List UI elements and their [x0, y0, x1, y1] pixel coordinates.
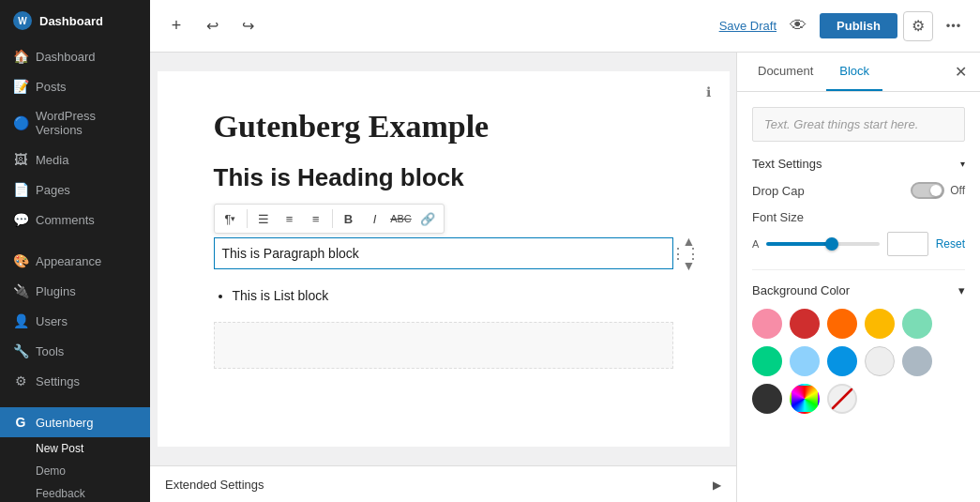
background-color-section: Background Color ▾ — [752, 283, 965, 414]
background-color-arrow: ▾ — [958, 283, 965, 297]
drop-cap-row: Drop Cap Off — [752, 182, 965, 199]
sidebar-sub-label: Demo — [36, 464, 66, 478]
sidebar-item-gutenberg[interactable]: G Gutenberg — [0, 407, 150, 437]
align-center-icon: ≡ — [286, 212, 294, 226]
undo-button[interactable]: ↩ — [197, 11, 227, 41]
placeholder-block[interactable] — [214, 322, 673, 369]
info-button[interactable]: ℹ — [698, 81, 720, 103]
sidebar-item-pages[interactable]: 📄 Pages — [0, 175, 150, 205]
gear-icon: ⚙ — [912, 17, 925, 35]
color-swatch-no-color[interactable] — [827, 384, 857, 414]
sidebar-item-label: Users — [36, 314, 68, 328]
sidebar-sub-feedback[interactable]: Feedback — [0, 482, 150, 502]
list-item[interactable]: This is List block — [233, 288, 673, 303]
post-title[interactable]: Gutenberg Example — [214, 109, 673, 145]
align-left-icon: ☰ — [258, 212, 269, 226]
list-block[interactable]: This is List block — [214, 288, 673, 303]
dashboard-icon: 🏠 — [13, 49, 28, 64]
panel-divider — [752, 269, 965, 270]
italic-button[interactable]: I — [363, 206, 387, 231]
drop-cap-toggle-wrap: Off — [911, 182, 965, 199]
panel-close-button[interactable]: ✕ — [948, 60, 972, 84]
background-color-title[interactable]: Background Color ▾ — [752, 283, 965, 297]
paragraph-block[interactable]: This is Paragraph block ▲ ▼ ⋮⋮ — [214, 237, 673, 269]
sidebar-item-comments[interactable]: 💬 Comments — [0, 205, 150, 235]
text-settings-section: Text Settings ▾ Drop Cap Off — [752, 157, 965, 256]
paragraph-text[interactable]: This is Paragraph block — [222, 246, 665, 261]
paragraph-type-button[interactable]: ¶ ▾ — [219, 206, 243, 231]
sidebar-item-plugins[interactable]: 🔌 Plugins — [0, 276, 150, 306]
color-swatch-light-green-cyan[interactable] — [902, 309, 932, 339]
color-swatch-very-light-gray[interactable] — [865, 346, 895, 376]
sidebar-item-media[interactable]: 🖼 Media — [0, 145, 150, 175]
sidebar-sub-new-post[interactable]: New Post — [0, 437, 150, 460]
color-swatch-vivid-green-cyan[interactable] — [752, 346, 782, 376]
heading-block[interactable]: This is Heading block — [214, 163, 673, 192]
color-swatch-luminous-vivid-orange[interactable] — [827, 309, 857, 339]
save-draft-button[interactable]: Save Draft — [719, 19, 776, 33]
color-swatch-vivid-red[interactable] — [790, 309, 820, 339]
more-options-button[interactable]: ••• — [939, 11, 969, 41]
sidebar-sub-demo[interactable]: Demo — [0, 460, 150, 482]
sidebar-item-label: Settings — [36, 374, 80, 388]
main-area: + ↩ ↪ Save Draft 👁 Publish ⚙ ••• ℹ — [150, 0, 980, 502]
plugins-icon: 🔌 — [13, 283, 28, 298]
sidebar-logo[interactable]: W Dashboard — [0, 0, 150, 41]
media-icon: 🖼 — [13, 152, 28, 167]
color-swatch-vivid-cyan-blue[interactable] — [827, 346, 857, 376]
bold-icon: B — [344, 212, 353, 226]
paragraph-block-container: ¶ ▾ ☰ ≡ ≡ — [214, 204, 673, 269]
sidebar-item-users[interactable]: 👤 Users — [0, 306, 150, 336]
sidebar-item-appearance[interactable]: 🎨 Appearance — [0, 246, 150, 276]
settings-button[interactable]: ⚙ — [903, 11, 933, 41]
sidebar-item-label: Media — [36, 153, 68, 167]
align-right-button[interactable]: ≡ — [304, 206, 328, 231]
sidebar-item-settings[interactable]: ⚙ Settings — [0, 366, 150, 396]
font-size-reset-button[interactable]: Reset — [936, 237, 965, 251]
comments-icon: 💬 — [13, 212, 28, 227]
ellipsis-icon: ••• — [946, 19, 962, 33]
editor[interactable]: ℹ Gutenberg Example This is Heading bloc… — [150, 53, 736, 502]
toolbar-separator-2 — [332, 209, 333, 228]
drop-cap-label: Drop Cap — [752, 184, 805, 198]
sidebar-item-tools[interactable]: 🔧 Tools — [0, 336, 150, 366]
heading-text[interactable]: This is Heading block — [214, 163, 673, 192]
color-swatch-cyan-bluish-gray[interactable] — [902, 346, 932, 376]
sidebar-item-label: Posts — [36, 80, 67, 94]
font-size-input[interactable] — [887, 232, 928, 256]
sidebar-item-label: Tools — [36, 344, 64, 358]
extended-settings-label: Extended Settings — [165, 478, 264, 492]
extended-settings-bar[interactable]: Extended Settings ▶ — [150, 465, 736, 502]
text-settings-title[interactable]: Text Settings ▾ — [752, 157, 965, 171]
color-swatch-pale-pink[interactable] — [752, 309, 782, 339]
align-left-button[interactable]: ☰ — [251, 206, 276, 231]
sidebar-item-dashboard[interactable]: 🏠 Dashboard — [0, 41, 150, 71]
redo-icon: ↪ — [242, 17, 254, 35]
drop-cap-toggle[interactable] — [911, 182, 944, 199]
color-swatch-very-dark-gray[interactable] — [752, 384, 782, 414]
tab-block[interactable]: Block — [826, 53, 882, 91]
color-swatch-gradient[interactable] — [790, 384, 820, 414]
sidebar-item-posts[interactable]: 📝 Posts — [0, 71, 150, 101]
add-block-button[interactable]: + — [161, 11, 191, 41]
preview-button[interactable]: 👁 — [782, 12, 814, 39]
panel-body: Text. Great things start here. Text Sett… — [737, 92, 980, 502]
drag-handle[interactable]: ⋮⋮ — [674, 242, 697, 265]
strikethrough-button[interactable]: ABC — [389, 206, 414, 231]
editor-canvas: ℹ Gutenberg Example This is Heading bloc… — [158, 71, 730, 447]
sidebar-item-label: Pages — [36, 183, 70, 197]
color-swatch-pale-cyan-blue[interactable] — [790, 346, 820, 376]
redo-button[interactable]: ↪ — [233, 11, 263, 41]
text-settings-arrow: ▾ — [960, 159, 965, 169]
link-button[interactable]: 🔗 — [415, 206, 440, 231]
no-color-icon — [829, 386, 855, 412]
publish-button[interactable]: Publish — [820, 13, 897, 38]
font-size-slider[interactable] — [766, 242, 879, 246]
extended-settings-arrow: ▶ — [713, 479, 721, 492]
bold-button[interactable]: B — [337, 206, 361, 231]
sidebar-item-wp-versions[interactable]: 🔵 WordPress Versions — [0, 101, 150, 145]
align-center-button[interactable]: ≡ — [278, 206, 302, 231]
color-swatch-luminous-vivid-amber[interactable] — [865, 309, 895, 339]
tab-document[interactable]: Document — [745, 53, 826, 91]
slider-thumb — [825, 237, 838, 251]
